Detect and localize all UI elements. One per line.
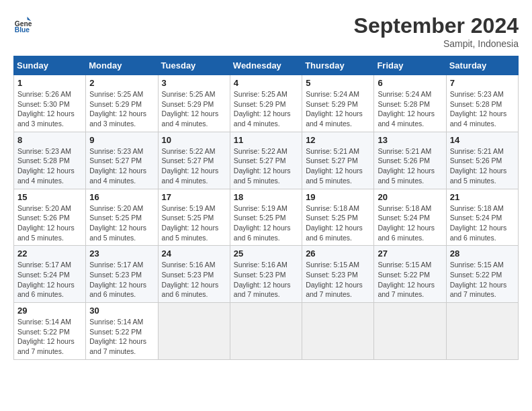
day-info: Sunrise: 5:23 AMSunset: 5:27 PMDaylight:… [89,146,154,186]
day-number: 16 [89,192,154,202]
day-info: Sunrise: 5:24 AMSunset: 5:28 PMDaylight:… [378,89,442,129]
day-info: Sunrise: 5:23 AMSunset: 5:28 PMDaylight:… [450,89,515,129]
day-info: Sunrise: 5:17 AMSunset: 5:24 PMDaylight:… [17,260,82,300]
calendar-cell: 21 Sunrise: 5:18 AMSunset: 5:24 PMDaylig… [446,189,518,246]
calendar-cell [230,303,302,360]
location: Sampit, Indonesia [354,38,519,49]
calendar-cell [374,303,446,360]
day-info: Sunrise: 5:25 AMSunset: 5:29 PMDaylight:… [234,89,298,129]
weekday-wednesday: Wednesday [230,56,302,75]
day-number: 14 [450,135,515,145]
month-title: September 2024 [354,13,519,38]
day-info: Sunrise: 5:25 AMSunset: 5:29 PMDaylight:… [162,89,226,129]
day-number: 7 [450,78,515,88]
day-number: 9 [89,135,154,145]
calendar-body: 1 Sunrise: 5:26 AMSunset: 5:30 PMDayligh… [14,75,519,360]
calendar-cell: 29 Sunrise: 5:14 AMSunset: 5:22 PMDaylig… [14,303,86,360]
calendar-week-row: 22 Sunrise: 5:17 AMSunset: 5:24 PMDaylig… [14,246,519,303]
logo: General Blue [13,13,32,32]
day-info: Sunrise: 5:16 AMSunset: 5:23 PMDaylight:… [162,260,226,300]
day-number: 5 [306,78,370,88]
day-number: 20 [378,192,442,202]
day-number: 1 [17,78,82,88]
calendar-cell: 25 Sunrise: 5:16 AMSunset: 5:23 PMDaylig… [230,246,302,303]
calendar-cell: 8 Sunrise: 5:23 AMSunset: 5:28 PMDayligh… [14,132,86,189]
day-info: Sunrise: 5:22 AMSunset: 5:27 PMDaylight:… [162,146,226,186]
weekday-tuesday: Tuesday [158,56,230,75]
weekday-thursday: Thursday [302,56,374,75]
calendar-cell: 10 Sunrise: 5:22 AMSunset: 5:27 PMDaylig… [158,132,230,189]
day-number: 28 [450,248,515,259]
day-number: 24 [162,248,226,259]
day-info: Sunrise: 5:19 AMSunset: 5:25 PMDaylight:… [162,203,226,243]
day-info: Sunrise: 5:26 AMSunset: 5:30 PMDaylight:… [17,89,82,129]
calendar-cell: 11 Sunrise: 5:22 AMSunset: 5:27 PMDaylig… [230,132,302,189]
day-number: 3 [162,78,226,88]
day-info: Sunrise: 5:15 AMSunset: 5:22 PMDaylight:… [450,260,515,300]
calendar-week-row: 15 Sunrise: 5:20 AMSunset: 5:26 PMDaylig… [14,189,519,246]
calendar-table: SundayMondayTuesdayWednesdayThursdayFrid… [13,56,519,360]
weekday-header-row: SundayMondayTuesdayWednesdayThursdayFrid… [14,56,519,75]
calendar-cell: 6 Sunrise: 5:24 AMSunset: 5:28 PMDayligh… [374,75,446,132]
weekday-saturday: Saturday [446,56,518,75]
logo-icon: General Blue [13,13,32,32]
day-info: Sunrise: 5:18 AMSunset: 5:24 PMDaylight:… [378,203,442,243]
day-number: 23 [89,248,154,259]
calendar-cell: 28 Sunrise: 5:15 AMSunset: 5:22 PMDaylig… [446,246,518,303]
calendar-cell: 18 Sunrise: 5:19 AMSunset: 5:25 PMDaylig… [230,189,302,246]
day-number: 22 [17,248,82,259]
day-info: Sunrise: 5:17 AMSunset: 5:23 PMDaylight:… [89,260,154,300]
calendar-cell: 27 Sunrise: 5:15 AMSunset: 5:22 PMDaylig… [374,246,446,303]
day-number: 13 [378,135,442,145]
page-header: General Blue September 2024 Sampit, Indo… [13,13,519,49]
calendar-cell: 9 Sunrise: 5:23 AMSunset: 5:27 PMDayligh… [86,132,158,189]
day-number: 2 [89,78,154,88]
calendar-cell: 3 Sunrise: 5:25 AMSunset: 5:29 PMDayligh… [158,75,230,132]
weekday-monday: Monday [86,56,158,75]
day-number: 15 [17,192,82,202]
day-number: 25 [234,248,298,259]
weekday-sunday: Sunday [14,56,86,75]
day-number: 8 [17,135,82,145]
calendar-cell: 4 Sunrise: 5:25 AMSunset: 5:29 PMDayligh… [230,75,302,132]
calendar-cell: 24 Sunrise: 5:16 AMSunset: 5:23 PMDaylig… [158,246,230,303]
day-info: Sunrise: 5:21 AMSunset: 5:26 PMDaylight:… [450,146,515,186]
calendar-cell: 14 Sunrise: 5:21 AMSunset: 5:26 PMDaylig… [446,132,518,189]
day-number: 30 [89,306,154,316]
calendar-cell: 15 Sunrise: 5:20 AMSunset: 5:26 PMDaylig… [14,189,86,246]
calendar-cell: 19 Sunrise: 5:18 AMSunset: 5:25 PMDaylig… [302,189,374,246]
calendar-cell: 20 Sunrise: 5:18 AMSunset: 5:24 PMDaylig… [374,189,446,246]
day-info: Sunrise: 5:20 AMSunset: 5:25 PMDaylight:… [89,203,154,243]
calendar-cell [302,303,374,360]
calendar-cell: 1 Sunrise: 5:26 AMSunset: 5:30 PMDayligh… [14,75,86,132]
calendar-cell [158,303,230,360]
day-number: 21 [450,192,515,202]
title-block: September 2024 Sampit, Indonesia [354,13,519,49]
day-info: Sunrise: 5:18 AMSunset: 5:24 PMDaylight:… [450,203,515,243]
calendar-cell: 12 Sunrise: 5:21 AMSunset: 5:27 PMDaylig… [302,132,374,189]
calendar-week-row: 8 Sunrise: 5:23 AMSunset: 5:28 PMDayligh… [14,132,519,189]
day-number: 19 [306,192,370,202]
day-number: 12 [306,135,370,145]
calendar-cell: 30 Sunrise: 5:14 AMSunset: 5:22 PMDaylig… [86,303,158,360]
day-info: Sunrise: 5:16 AMSunset: 5:23 PMDaylight:… [234,260,298,300]
day-info: Sunrise: 5:15 AMSunset: 5:23 PMDaylight:… [306,260,370,300]
day-number: 4 [234,78,298,88]
calendar-week-row: 29 Sunrise: 5:14 AMSunset: 5:22 PMDaylig… [14,303,519,360]
day-info: Sunrise: 5:18 AMSunset: 5:25 PMDaylight:… [306,203,370,243]
calendar-cell: 7 Sunrise: 5:23 AMSunset: 5:28 PMDayligh… [446,75,518,132]
calendar-week-row: 1 Sunrise: 5:26 AMSunset: 5:30 PMDayligh… [14,75,519,132]
day-info: Sunrise: 5:25 AMSunset: 5:29 PMDaylight:… [89,89,154,129]
calendar-cell: 22 Sunrise: 5:17 AMSunset: 5:24 PMDaylig… [14,246,86,303]
day-info: Sunrise: 5:21 AMSunset: 5:26 PMDaylight:… [378,146,442,186]
day-info: Sunrise: 5:14 AMSunset: 5:22 PMDaylight:… [17,317,82,357]
day-info: Sunrise: 5:22 AMSunset: 5:27 PMDaylight:… [234,146,298,186]
svg-text:Blue: Blue [15,26,30,32]
day-number: 6 [378,78,442,88]
day-number: 29 [17,306,82,316]
calendar-cell: 17 Sunrise: 5:19 AMSunset: 5:25 PMDaylig… [158,189,230,246]
day-info: Sunrise: 5:21 AMSunset: 5:27 PMDaylight:… [306,146,370,186]
calendar-cell: 23 Sunrise: 5:17 AMSunset: 5:23 PMDaylig… [86,246,158,303]
calendar-cell: 2 Sunrise: 5:25 AMSunset: 5:29 PMDayligh… [86,75,158,132]
day-number: 10 [162,135,226,145]
